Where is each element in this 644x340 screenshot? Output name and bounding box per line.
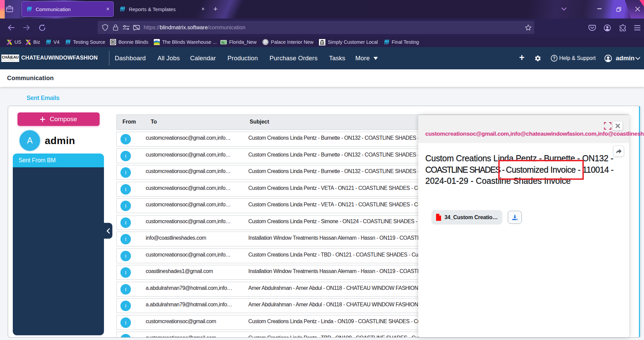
svg-text:B: B bbox=[112, 40, 114, 44]
svg-text:FL: FL bbox=[222, 41, 225, 43]
svg-text:?: ? bbox=[553, 56, 556, 61]
svg-text:P: P bbox=[264, 40, 267, 44]
